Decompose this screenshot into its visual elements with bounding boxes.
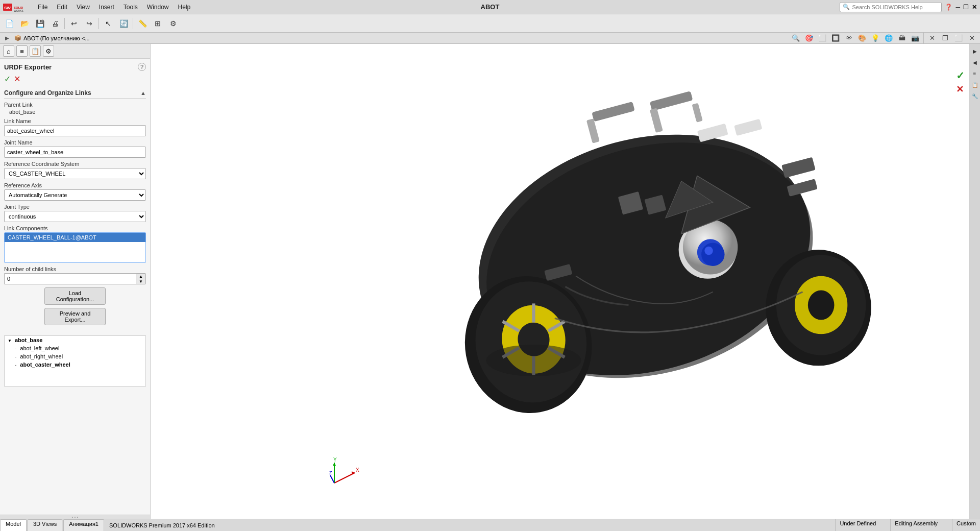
tab-3dviews[interactable]: 3D Views	[28, 519, 62, 531]
hide-btn[interactable]: 👁	[843, 32, 855, 44]
joint-type-select[interactable]: continuous fixed revolute prismatic	[4, 211, 146, 222]
viewport-cross-btn[interactable]: ✕	[956, 84, 965, 95]
search-box[interactable]: 🔍	[840, 2, 942, 12]
realview-btn[interactable]: 🌐	[883, 32, 895, 44]
menu-help[interactable]: Help	[174, 3, 195, 12]
tree-child-0-label: abot_left_wheel	[20, 345, 59, 351]
open-btn[interactable]: 📂	[17, 16, 32, 31]
color-btn[interactable]: 🎨	[856, 32, 868, 44]
section-btn[interactable]: ⬜	[816, 32, 828, 44]
panel-resize-handle[interactable]: • • •	[0, 515, 150, 519]
ref-coord-select[interactable]: CS_CASTER_WHEEL CS_LEFT_WHEEL CS_RIGHT_W…	[4, 168, 146, 179]
undo-btn[interactable]: ↩	[67, 16, 81, 31]
close-view-btn[interactable]: ✕	[926, 32, 938, 44]
search-input[interactable]	[852, 4, 928, 10]
link-component-item[interactable]: CASTER_WHEEL_BALL-1@ABOT	[5, 233, 145, 242]
right-icon-0[interactable]: ▶	[970, 46, 980, 56]
left-panel-inner: URDF Exporter ? ✓ ✕ Configure and Organi…	[0, 59, 150, 515]
num-child-input[interactable]	[4, 273, 136, 284]
save-btn[interactable]: 💾	[33, 16, 47, 31]
menu-window[interactable]: Window	[143, 3, 173, 12]
tab-model[interactable]: Model	[0, 519, 27, 531]
help-icon[interactable]: ?	[138, 63, 146, 71]
restore-view-btn[interactable]: ❐	[939, 32, 951, 44]
redo-btn[interactable]: ↪	[82, 16, 96, 31]
num-child-label: Number of child links	[4, 266, 146, 272]
settings-btn[interactable]: ⚙	[166, 16, 180, 31]
tree-child-1[interactable]: - abot_right_wheel	[5, 352, 145, 360]
menu-insert[interactable]: Insert	[95, 3, 118, 12]
tree-panel: abot_base - abot_left_wheel - abot_right…	[4, 335, 146, 387]
load-config-btn[interactable]: LoadConfiguration...	[44, 287, 106, 305]
toolbar-sep-2	[99, 18, 99, 29]
ref-axis-select[interactable]: Automatically Generate X Y Z	[4, 189, 146, 201]
help-btn[interactable]: ❓	[945, 4, 952, 11]
preview-export-btn[interactable]: Preview andExport...	[44, 308, 106, 325]
robot-3d-view	[151, 44, 980, 519]
search-icon: 🔍	[843, 4, 850, 10]
breadcrumb-text: ABOT (По умолчанию <...	[23, 35, 90, 41]
toolbar-sep-3	[133, 18, 133, 29]
main-toolbar: 📄 📂 💾 🖨 ↩ ↪ ↖ 🔄 📏 ⊞ ⚙	[0, 14, 980, 33]
bottom-tabs: Model 3D Views Анимация1	[0, 519, 104, 531]
link-name-label: Link Name	[4, 118, 146, 124]
scene-btn[interactable]: 🏔	[896, 32, 908, 44]
tree-root-item[interactable]: abot_base	[5, 336, 145, 344]
ref-coord-label: Reference Coordinate System	[4, 161, 146, 167]
viewport-confirm: ✓ ✕	[956, 69, 965, 95]
menu-view[interactable]: View	[72, 3, 94, 12]
camera-btn[interactable]: 📷	[909, 32, 921, 44]
view-orient-btn[interactable]: 🎯	[803, 32, 815, 44]
rotate-btn[interactable]: 🔄	[116, 16, 131, 31]
restore-btn[interactable]: ❐	[963, 4, 969, 11]
status-editing-assembly: Editing Assembly	[890, 519, 942, 531]
svg-point-25	[704, 247, 713, 255]
panel-config-btn[interactable]: ⚙	[43, 45, 54, 57]
viewport-check-btn[interactable]: ✓	[956, 69, 965, 82]
tree-child-2[interactable]: - abot_caster_wheel	[5, 360, 145, 369]
tab-animation[interactable]: Анимация1	[63, 519, 104, 531]
close-btn[interactable]: ✕	[972, 4, 977, 11]
svg-text:SW: SW	[4, 6, 11, 10]
print-btn[interactable]: 🖨	[48, 16, 62, 31]
joint-name-input[interactable]	[4, 147, 146, 158]
panel-property-btn[interactable]: 📋	[30, 45, 41, 57]
toolbar-sep-1	[64, 18, 65, 29]
statusbar-right: Under Defined Editing Assembly Custom	[835, 519, 980, 531]
orient-btn[interactable]: 🔍	[790, 32, 802, 44]
link-name-input[interactable]	[4, 125, 146, 136]
panel-feature-btn[interactable]: ≡	[16, 45, 28, 57]
menu-file[interactable]: File	[34, 3, 52, 12]
right-icon-3[interactable]: 📋	[970, 80, 980, 90]
status-left-text: SOLIDWORKS Premium 2017 x64 Edition	[104, 519, 835, 531]
feature-mgr-tab[interactable]: ▶	[5, 35, 9, 41]
tree-child-0[interactable]: - abot_left_wheel	[5, 344, 145, 352]
panel-home-btn[interactable]: ⌂	[3, 45, 14, 57]
status-custom: Custom	[952, 519, 980, 531]
confirm-check-btn[interactable]: ✓	[4, 74, 11, 84]
select-btn[interactable]: ↖	[101, 16, 115, 31]
lighting-btn[interactable]: 💡	[869, 32, 881, 44]
minimize-btn[interactable]: ─	[955, 4, 960, 11]
maximize-view-btn[interactable]: ⬜	[952, 32, 965, 44]
menu-tools[interactable]: Tools	[119, 3, 142, 12]
joint-name-label: Joint Name	[4, 139, 146, 146]
urdf-panel: URDF Exporter ? ✓ ✕ Configure and Organi…	[0, 59, 150, 332]
right-icon-4[interactable]: 🔧	[970, 91, 980, 101]
num-child-up-btn[interactable]: ▲	[136, 274, 145, 279]
svg-text:Y: Y	[333, 457, 337, 463]
num-child-down-btn[interactable]: ▼	[136, 279, 145, 284]
display-btn[interactable]: 🔲	[829, 32, 842, 44]
tree-root-toggle[interactable]	[8, 337, 13, 343]
new-btn[interactable]: 📄	[2, 16, 16, 31]
right-icon-1[interactable]: ◀	[970, 57, 980, 67]
tree-child-2-label: abot_caster_wheel	[20, 361, 70, 368]
right-icon-2[interactable]: ≡	[970, 68, 980, 79]
section-label: Configure and Organize Links	[4, 89, 91, 96]
close-doc-btn[interactable]: ✕	[966, 32, 978, 44]
section-collapse-btn[interactable]: ▲	[140, 90, 146, 96]
measure-btn[interactable]: 📏	[135, 16, 150, 31]
confirm-cross-btn[interactable]: ✕	[14, 74, 20, 84]
grid-btn[interactable]: ⊞	[151, 16, 165, 31]
menu-edit[interactable]: Edit	[53, 3, 71, 12]
